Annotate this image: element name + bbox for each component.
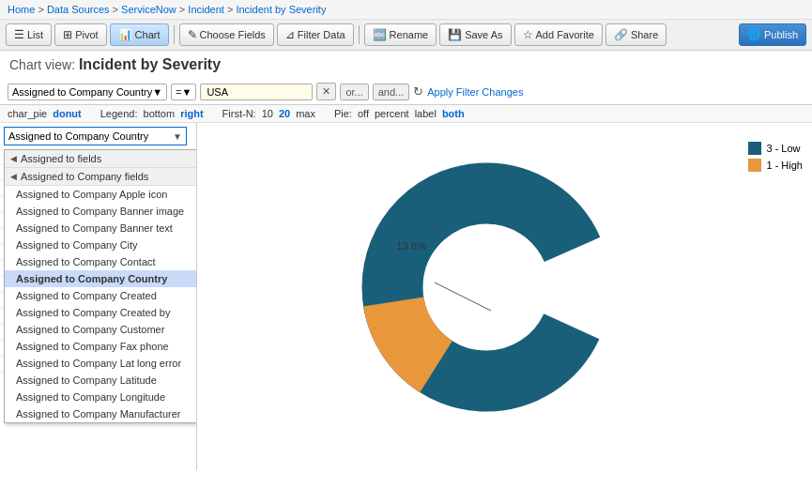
breadcrumb: Home > Data Sources > ServiceNow > Incid… (0, 0, 812, 20)
rename-icon: 🔤 (373, 28, 387, 41)
dropdown-section-2: ◀ Assigned to Company fields (5, 168, 197, 186)
chart-button[interactable]: 📊 Chart (110, 23, 169, 46)
dropdown-item-3[interactable]: Assigned to Company City (5, 237, 197, 253)
save-icon: 💾 (448, 28, 462, 41)
legend-color-high (748, 159, 761, 172)
breadcrumb-incident[interactable]: Incident (188, 4, 224, 15)
section1-arrow-icon: ◀ (10, 154, 17, 163)
chart-legend: 3 - Low 1 - High (748, 142, 803, 176)
filter-value-input[interactable] (200, 84, 313, 100)
share-icon: 🔗 (614, 28, 628, 41)
dropdown-item-7[interactable]: Assigned to Company Created by (5, 304, 197, 321)
dropdown-item-2[interactable]: Assigned to Company Banner text (5, 220, 197, 237)
breadcrumb-datasources[interactable]: Data Sources (47, 4, 110, 15)
chart-area: 13.6% 3 - Low 1 - High (197, 123, 812, 470)
pie-label: Pie: (334, 108, 352, 119)
dropdown-item-6[interactable]: Assigned to Company Created (5, 287, 197, 304)
main-content: Assigned to Company Country ▼ ◀ Assigned… (0, 123, 812, 470)
field-selector-value: Assigned to Company Country (8, 130, 148, 142)
list-button[interactable]: ☰ List (6, 23, 52, 46)
page-title: Incident by Severity (79, 56, 221, 72)
dropdown-item-1[interactable]: Assigned to Company Banner image (5, 203, 197, 220)
pie-off[interactable]: off (358, 108, 369, 119)
dropdown-item-4[interactable]: Assigned to Company Contact (5, 253, 197, 270)
legend-right[interactable]: right (180, 108, 203, 119)
dropdown-item-10[interactable]: Assigned to Company Lat long error (5, 355, 197, 372)
left-panel: Assigned to Company Country ▼ ◀ Assigned… (0, 123, 197, 470)
dropdown-item-12[interactable]: Assigned to Company Longitude (5, 389, 197, 405)
filter-arrow-icon: ↻ (413, 84, 423, 99)
firstn-label: First-N: (222, 108, 256, 119)
save-as-button[interactable]: 💾 Save As (439, 23, 511, 46)
dropdown-section-1: ◀ Assigned to fields (5, 150, 197, 168)
chart-type-label: char_pie (8, 108, 47, 119)
field-selector-dropdown[interactable]: Assigned to Company Country ▼ (4, 127, 187, 145)
donut-chart-container: 13.6% (345, 146, 665, 447)
legend-label: Legend: (100, 108, 138, 119)
filter-bar: Assigned to Company Country ▼ = ▼ ✕ or..… (0, 79, 812, 105)
legend-bottom[interactable]: bottom (144, 108, 176, 119)
share-button[interactable]: 🔗 Share (605, 23, 666, 46)
pie-percent[interactable]: percent (375, 108, 409, 119)
dropdown-arrow-icon: ▼ (152, 86, 162, 98)
add-favorite-button[interactable]: ☆ Add Favorite (514, 23, 603, 46)
chart-annotation-svg (345, 146, 627, 428)
filter-data-button[interactable]: ⊿ Filter Data (277, 23, 354, 46)
publish-icon: 🌐 (747, 28, 761, 41)
pie-both[interactable]: both (442, 108, 465, 119)
firstn-10[interactable]: 10 (262, 108, 273, 119)
chart-type-active[interactable]: donut (53, 108, 82, 119)
filter-and-button[interactable]: and... (373, 84, 410, 100)
dropdown-item-13[interactable]: Assigned to Company Manufacturer (5, 405, 197, 422)
chart-options-bar: char_pie donut Legend: bottom right Firs… (0, 105, 812, 123)
legend-label-low: 3 - Low (766, 143, 800, 154)
firstn-max[interactable]: max (296, 108, 315, 119)
section2-arrow-icon: ◀ (10, 172, 17, 181)
apply-filter-link[interactable]: Apply Filter Changes (427, 86, 523, 98)
pivot-icon: ⊞ (63, 28, 72, 41)
rename-button[interactable]: 🔤 Rename (364, 23, 437, 46)
dropdown-menu: ◀ Assigned to fields ◀ Assigned to Compa… (4, 149, 197, 423)
legend-label-high: 1 - High (766, 160, 803, 171)
legend-item-high: 1 - High (748, 159, 803, 172)
pie-label2[interactable]: label (415, 108, 437, 119)
page-title-prefix: Chart view: (9, 57, 79, 72)
dropdown-item-5[interactable]: Assigned to Company Country (5, 270, 197, 287)
legend-color-low (748, 142, 761, 155)
choose-fields-button[interactable]: ✎ Choose Fields (179, 23, 274, 46)
fields-icon: ✎ (188, 28, 197, 41)
filter-field-dropdown[interactable]: Assigned to Company Country ▼ (8, 84, 167, 100)
breadcrumb-incident-severity[interactable]: Incident by Severity (236, 4, 326, 15)
star-icon: ☆ (523, 28, 533, 41)
operator-arrow-icon: ▼ (182, 86, 192, 98)
filter-field-value: Assigned to Company Country (12, 86, 152, 98)
separator-2 (359, 25, 360, 44)
dropdown-item-11[interactable]: Assigned to Company Latitude (5, 372, 197, 389)
firstn-20[interactable]: 20 (279, 108, 290, 119)
dropdown-item-9[interactable]: Assigned to Company Fax phone (5, 338, 197, 355)
pivot-button[interactable]: ⊞ Pivot (54, 23, 106, 46)
filter-operator-dropdown[interactable]: = ▼ (171, 84, 196, 100)
dropdown-item-8[interactable]: Assigned to Company Customer (5, 321, 197, 338)
filter-clear-button[interactable]: ✕ (316, 83, 336, 100)
toolbar: ☰ List ⊞ Pivot 📊 Chart ✎ Choose Fields ⊿… (0, 20, 812, 51)
chart-icon: 📊 (118, 28, 132, 41)
filter-icon: ⊿ (285, 28, 295, 41)
svg-line-0 (435, 283, 491, 311)
filter-or-button[interactable]: or... (340, 84, 368, 100)
breadcrumb-servicenow[interactable]: ServiceNow (121, 4, 176, 15)
separator-1 (174, 25, 175, 44)
dropdown-item-0[interactable]: Assigned to Company Apple icon (5, 186, 197, 203)
list-icon: ☰ (14, 28, 24, 41)
field-selector-arrow-icon: ▼ (173, 131, 182, 142)
breadcrumb-home[interactable]: Home (8, 4, 35, 15)
page-title-container: Chart view: Incident by Severity (0, 51, 812, 79)
legend-item-low: 3 - Low (748, 142, 803, 155)
publish-button[interactable]: 🌐 Publish (739, 23, 806, 46)
